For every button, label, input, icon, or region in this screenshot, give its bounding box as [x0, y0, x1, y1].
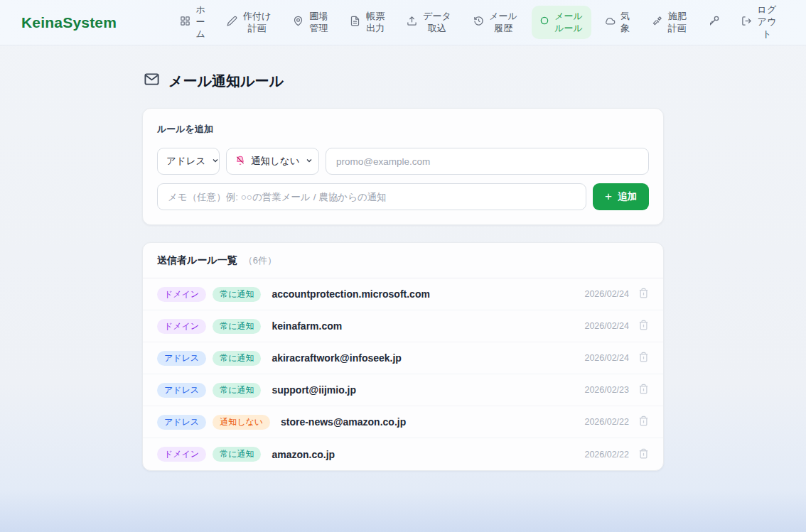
rule-value: accountprotection.microsoft.com — [272, 288, 429, 300]
key-icon — [709, 15, 720, 30]
nav-item-home[interactable]: ホーム — [172, 0, 213, 45]
rule-action-badge: 常に通知 — [213, 319, 261, 334]
add-rule-card-title: ルールを追加 — [157, 123, 649, 136]
rule-type-select-value: アドレス — [166, 155, 205, 168]
trash-icon — [638, 384, 649, 396]
add-rule-button-label: 追加 — [618, 190, 637, 203]
top-navigation-bar: KeinaSystem ホーム 作付け計画 圃場管理 帳票出力 データ取込 メー… — [0, 0, 806, 45]
nav-item-label: 帳票出力 — [365, 11, 385, 35]
bell-off-icon — [235, 156, 245, 168]
nav-item-report-output[interactable]: 帳票出力 — [342, 6, 393, 40]
rule-action-badge: 常に通知 — [213, 447, 261, 462]
upload-icon — [407, 16, 417, 30]
nav-item-mail-history[interactable]: メール履歴 — [466, 6, 526, 40]
trash-icon — [638, 320, 649, 332]
rule-value: store-news@amazon.co.jp — [281, 416, 406, 428]
rule-type-badge: アドレス — [157, 415, 206, 430]
rule-date: 2026/02/24 — [584, 353, 629, 363]
pencil-icon — [227, 16, 237, 30]
rule-action-select-value: 通知しない — [251, 155, 299, 168]
main-nav: ホーム 作付け計画 圃場管理 帳票出力 データ取込 メール履歴 メールルール — [172, 0, 785, 45]
add-rule-button[interactable]: + 追加 — [593, 183, 649, 210]
nav-item-label: ログアウト — [757, 4, 777, 40]
table-row: ドメイン 常に通知 amazon.co.jp 2026/02/22 — [143, 438, 663, 470]
rule-type-badge: ドメイン — [157, 447, 206, 462]
table-row: アドレス 通知しない store-news@amazon.co.jp 2026/… — [143, 406, 663, 438]
nav-item-fertilizer-plan[interactable]: 施肥計画 — [644, 6, 695, 40]
rule-action-badge: 常に通知 — [213, 287, 261, 302]
plus-icon: + — [605, 190, 612, 202]
rule-value: keinafarm.com — [272, 320, 342, 332]
nav-item-label: メールルール — [554, 11, 584, 35]
delete-rule-button[interactable] — [638, 384, 649, 396]
rule-type-badge: アドレス — [157, 351, 206, 366]
nav-item-weather[interactable]: 気象 — [597, 6, 638, 40]
nav-item-label: データ取込 — [422, 11, 451, 35]
table-row: アドレス 常に通知 akiracraftwork@infoseek.jp 202… — [143, 342, 663, 374]
sender-rules-title: 送信者ルール一覧 — [157, 254, 237, 267]
address-input[interactable] — [326, 148, 649, 175]
trash-icon — [638, 352, 649, 364]
cloud-icon — [605, 16, 616, 30]
add-rule-card: ルールを追加 アドレス 通知しない + 追加 — [142, 108, 664, 225]
nav-item-logout[interactable]: ログアウト — [734, 0, 785, 45]
nav-item-data-import[interactable]: データ取込 — [399, 6, 459, 40]
trowel-icon — [652, 16, 662, 30]
sender-rules-header: 送信者ルール一覧 （6件） — [143, 243, 663, 278]
delete-rule-button[interactable] — [638, 288, 649, 300]
nav-item-mail-rules[interactable]: メールルール — [532, 6, 591, 40]
rule-date: 2026/02/22 — [584, 450, 629, 460]
dashboard-icon — [180, 16, 190, 30]
page-title-text: メール通知ルール — [168, 72, 284, 91]
nav-item-label: 作付け計画 — [242, 11, 272, 35]
delete-rule-button[interactable] — [638, 320, 649, 332]
chevron-down-icon — [305, 156, 313, 167]
logout-icon — [741, 16, 752, 30]
document-icon — [350, 16, 360, 30]
nav-item-planting-plan[interactable]: 作付け計画 — [219, 6, 279, 40]
trash-icon — [638, 416, 649, 428]
nav-item-label: メール履歴 — [489, 11, 518, 35]
brand-logo[interactable]: KeinaSystem — [21, 14, 117, 31]
nav-item-field-management[interactable]: 圃場管理 — [285, 6, 336, 40]
rule-type-badge: アドレス — [157, 383, 206, 398]
rule-value: amazon.co.jp — [272, 449, 335, 460]
chevron-down-icon — [211, 156, 220, 167]
trash-icon — [638, 448, 649, 461]
rule-value: support@iijmio.jp — [272, 384, 356, 396]
main-content: メール通知ルール ルールを追加 アドレス 通知しない + 追加 — [142, 45, 664, 471]
nav-item-label: ホーム — [195, 4, 205, 40]
delete-rule-button[interactable] — [638, 416, 649, 428]
rules-list: ドメイン 常に通知 accountprotection.microsoft.co… — [143, 278, 663, 470]
rule-action-badge: 常に通知 — [213, 383, 261, 398]
table-row: ドメイン 常に通知 accountprotection.microsoft.co… — [143, 278, 663, 310]
rule-value: akiracraftwork@infoseek.jp — [272, 352, 402, 364]
rule-type-badge: ドメイン — [157, 319, 206, 334]
map-pin-icon — [293, 16, 303, 30]
rule-date: 2026/02/24 — [584, 289, 629, 299]
rule-date: 2026/02/24 — [584, 321, 629, 331]
trash-icon — [638, 288, 649, 300]
add-rule-row-2: + 追加 — [157, 183, 649, 210]
rule-date: 2026/02/22 — [584, 417, 629, 427]
delete-rule-button[interactable] — [638, 352, 649, 364]
rule-type-select[interactable]: アドレス — [157, 148, 220, 175]
add-rule-row-1: アドレス 通知しない — [157, 148, 649, 175]
table-row: ドメイン 常に通知 keinafarm.com 2026/02/24 — [143, 310, 663, 342]
rule-action-badge: 常に通知 — [213, 351, 261, 366]
rule-date: 2026/02/23 — [584, 385, 629, 395]
nav-item-password-key[interactable] — [701, 10, 728, 35]
nav-item-label: 施肥計画 — [667, 11, 687, 35]
circle-icon — [539, 16, 549, 29]
delete-rule-button[interactable] — [638, 448, 649, 461]
nav-item-label: 気象 — [620, 11, 630, 35]
rule-type-badge: ドメイン — [157, 287, 206, 302]
sender-rules-card: 送信者ルール一覧 （6件） ドメイン 常に通知 accountprotectio… — [142, 242, 664, 471]
memo-input[interactable] — [157, 183, 586, 210]
rule-action-select[interactable]: 通知しない — [226, 148, 319, 175]
rule-action-badge: 通知しない — [213, 415, 270, 430]
page-title: メール通知ルール — [144, 71, 664, 91]
history-icon — [473, 16, 484, 30]
table-row: アドレス 常に通知 support@iijmio.jp 2026/02/23 — [143, 374, 663, 406]
sender-rules-count: （6件） — [244, 254, 276, 267]
